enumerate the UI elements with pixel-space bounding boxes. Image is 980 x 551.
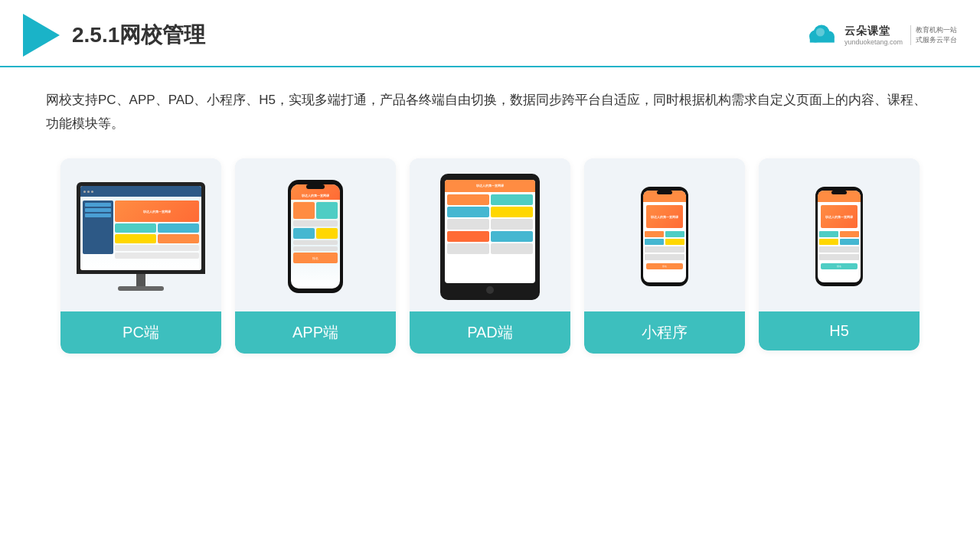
card-h5-label: H5: [759, 311, 920, 350]
phone-small-screen: 职达人的第一堂网课: [643, 191, 686, 282]
phone-notch: [306, 184, 325, 189]
card-pc: 职达人的第一堂网课: [60, 158, 221, 354]
h5-phone-mockup: 职达人的第一堂网课: [815, 187, 863, 286]
card-miniprogram-image: 职达人的第一堂网课: [584, 158, 745, 311]
logo-main-text: 云朵课堂: [844, 24, 890, 38]
h5-phone-notch: [831, 191, 847, 194]
header-right: 云朵课堂 yunduoketang.com 教育机构一站 式服务云平台: [803, 23, 957, 47]
content-area: 网校支持PC、APP、PAD、小程序、H5，实现多端打通，产品各终端自由切换，数…: [0, 67, 980, 369]
app-phone-mockup: 职达人的第一堂网课: [288, 180, 343, 293]
logo-url-text: yunduoketang.com: [844, 38, 903, 46]
description-text: 网校支持PC、APP、PAD、小程序、H5，实现多端打通，产品各终端自由切换，数…: [46, 89, 934, 135]
logo-text-block: 云朵课堂 yunduoketang.com: [844, 24, 903, 46]
pad-tablet-mockup: 职达人的第一堂网课: [440, 174, 540, 300]
card-h5: 职达人的第一堂网课: [759, 158, 920, 350]
phone-screen: 职达人的第一堂网课: [291, 184, 340, 289]
cloud-icon: [803, 23, 840, 47]
miniprogram-phone-mockup: 职达人的第一堂网课: [641, 187, 688, 286]
page-title: 2.5.1网校管理: [72, 21, 205, 50]
card-miniprogram: 职达人的第一堂网课: [584, 158, 745, 354]
card-pc-label: PC端: [60, 311, 221, 354]
monitor-screen: 职达人的第一堂网课: [80, 186, 201, 270]
card-miniprogram-label: 小程序: [584, 311, 745, 354]
svg-point-4: [816, 28, 825, 36]
tablet-screen: 职达人的第一堂网课: [445, 180, 535, 283]
header-left: 2.5.1网校管理: [23, 14, 205, 57]
header: 2.5.1网校管理 云朵课堂 yunduoketang.com 教育机构一站 式…: [0, 0, 980, 67]
card-pad-image: 职达人的第一堂网课: [410, 158, 570, 311]
card-pad-label: PAD端: [410, 311, 570, 354]
cloud-logo: 云朵课堂 yunduoketang.com 教育机构一站 式服务云平台: [803, 23, 957, 47]
phone-small-notch: [657, 191, 672, 194]
pc-monitor-mockup: 职达人的第一堂网课: [77, 182, 205, 291]
card-app-image: 职达人的第一堂网课: [235, 158, 396, 311]
svg-rect-3: [810, 37, 835, 43]
logo-tagline: 教育机构一站 式服务云平台: [910, 25, 957, 44]
card-app-label: APP端: [235, 311, 396, 354]
h5-phone-screen: 职达人的第一堂网课: [818, 191, 861, 282]
card-pc-image: 职达人的第一堂网课: [60, 158, 221, 311]
card-pad: 职达人的第一堂网课: [410, 158, 570, 354]
tagline-line2: 式服务云平台: [916, 35, 957, 45]
card-app: 职达人的第一堂网课: [235, 158, 396, 354]
card-h5-image: 职达人的第一堂网课: [759, 158, 920, 311]
tagline-line1: 教育机构一站: [916, 25, 957, 35]
monitor-frame: 职达人的第一堂网课: [77, 182, 205, 274]
cards-row: 职达人的第一堂网课: [46, 158, 934, 354]
play-icon: [23, 14, 60, 57]
